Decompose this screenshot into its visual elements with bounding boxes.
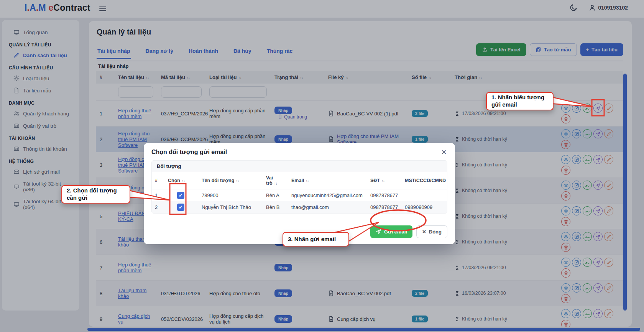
recipient-name: Nguyễn Thị Bích Thảo [199, 201, 263, 213]
recipient-checkbox-cell: ✓ [165, 201, 199, 213]
recipient-table-caption: Đối tượng [152, 161, 447, 172]
recipient-column-header[interactable]: Vai trò↑↓ [263, 172, 288, 189]
close-icon: ✕ [422, 229, 426, 235]
annotation-step-1: 1. Nhấn biểu tượng gửi email [486, 92, 554, 110]
recipient-checkbox[interactable]: ✓ [177, 204, 184, 211]
recipient-phone: 0987878677 [367, 201, 402, 213]
send-email-modal: Chọn đối tượng gửi email ✕ Đối tượng #Ch… [144, 143, 455, 244]
sort-arrows-icon: ↑↓ [381, 179, 384, 183]
recipient-checkbox-cell: ✓ [165, 189, 199, 202]
annotation-step-3: 3. Nhấn gửi email [283, 232, 349, 247]
recipient-column-header[interactable]: Tên đối tượng↑↓ [199, 172, 263, 189]
recipient-row: 2✓Nguyễn Thị Bích ThảoBên Bthao@gmail.co… [152, 201, 447, 213]
recipient-name: 789900 [199, 189, 263, 202]
recipient-phone: 0987878677 [367, 189, 402, 202]
recipient-email: thao@gmail.com [288, 201, 367, 213]
modal-close-icon[interactable]: ✕ [440, 148, 448, 156]
send-icon [376, 229, 381, 235]
annotation-step-2: 2. Chọn đối tượng cần gửi [61, 185, 130, 204]
recipient-email: nguyenducminh425@gmail.com [288, 189, 367, 202]
sort-arrows-icon: ↑↓ [306, 179, 309, 183]
sort-arrows-icon: ↑↓ [274, 181, 277, 186]
modal-close-button[interactable]: ✕ Đóng [416, 225, 447, 238]
sort-arrows-icon: ↑↓ [182, 179, 185, 183]
sort-arrows-icon: ↑↓ [236, 179, 239, 183]
recipient-number: 2 [152, 201, 165, 213]
recipient-column-header[interactable]: MST/CCCD/CMND↑↓ [402, 172, 447, 189]
recipient-table-container: Đối tượng #Chọn↑↓Tên đối tượng↑↓Vai trò↑… [151, 160, 447, 214]
recipient-table: #Chọn↑↓Tên đối tượng↑↓Vai trò↑↓Email↑↓SĐ… [152, 172, 447, 213]
recipient-id-number: 0989090909 [402, 201, 447, 213]
modal-title: Chọn đối tượng gửi email [151, 149, 447, 156]
recipient-role: Bên B [263, 201, 288, 213]
recipient-row: 1✓789900Bên Anguyenducminh425@gmail.com0… [152, 189, 447, 202]
modal-footer: Gửi email ✕ Đóng [370, 225, 447, 238]
recipient-number: 1 [152, 189, 165, 202]
recipient-column-header[interactable]: Email↑↓ [288, 172, 367, 189]
send-email-button[interactable]: Gửi email [370, 225, 412, 238]
recipient-id-number [402, 189, 447, 202]
recipient-column-header[interactable]: Chọn↑↓ [165, 172, 199, 189]
recipient-column-header[interactable]: SĐT↑↓ [367, 172, 402, 189]
recipient-column-header: # [152, 172, 165, 189]
recipient-checkbox[interactable]: ✓ [177, 192, 184, 199]
recipient-role: Bên A [263, 189, 288, 202]
